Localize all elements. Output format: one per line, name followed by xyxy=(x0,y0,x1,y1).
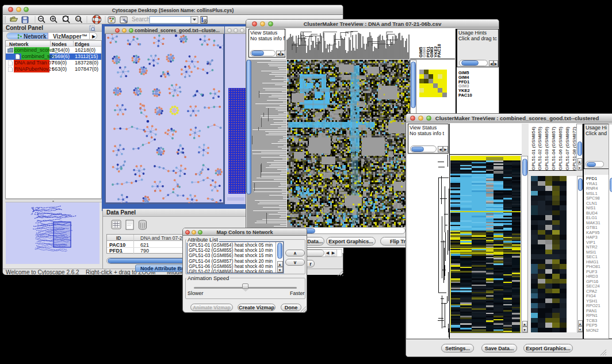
svg-text:Search:: Search: xyxy=(132,16,151,22)
svg-text:1:1: 1:1 xyxy=(77,18,81,21)
